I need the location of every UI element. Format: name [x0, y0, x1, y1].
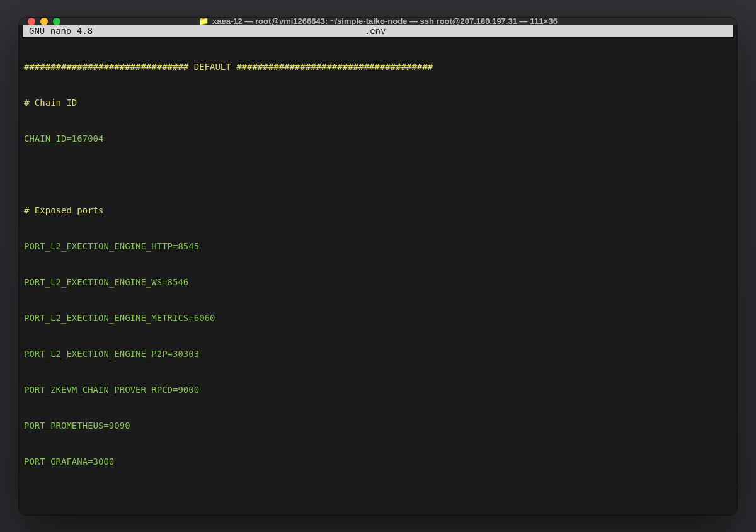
editor-line: PORT_ZKEVM_CHAIN_PROVER_RPCD=9000 — [24, 384, 732, 396]
nano-header-bar: GNU nano 4.8 .env — [23, 25, 733, 37]
terminal-window: 📁 xaea-12 — root@vmi1266643: ~/simple-ta… — [19, 18, 737, 515]
editor-line: PORT_PROMETHEUS=9090 — [24, 420, 732, 432]
editor-line: # Chain ID — [24, 97, 732, 109]
minimize-icon[interactable] — [40, 18, 48, 25]
editor-line: # Exposed ports — [24, 205, 732, 217]
window-titlebar[interactable]: 📁 xaea-12 — root@vmi1266643: ~/simple-ta… — [19, 18, 737, 25]
editor-line — [24, 492, 732, 504]
terminal-viewport[interactable]: GNU nano 4.8 .env ######################… — [19, 25, 737, 515]
editor-file: .env — [93, 26, 658, 36]
editor-line: PORT_L2_EXECTION_ENGINE_HTTP=8545 — [24, 241, 732, 252]
close-icon[interactable] — [28, 18, 35, 25]
editor-content[interactable]: ############################### DEFAULT … — [23, 37, 733, 515]
editor-line: CHAIN_ID=167004 — [24, 133, 732, 145]
editor-line: ############################### DEFAULT … — [24, 61, 732, 73]
zoom-icon[interactable] — [53, 18, 60, 25]
editor-line — [24, 169, 732, 181]
window-controls — [28, 18, 60, 25]
editor-line: PORT_L2_EXECTION_ENGINE_WS=8546 — [24, 276, 732, 288]
editor-name: GNU nano 4.8 — [23, 26, 93, 36]
editor-line: PORT_L2_EXECTION_ENGINE_METRICS=6060 — [24, 312, 732, 324]
editor-line: PORT_L2_EXECTION_ENGINE_P2P=30303 — [24, 348, 732, 360]
editor-line: PORT_GRAFANA=3000 — [24, 456, 732, 468]
